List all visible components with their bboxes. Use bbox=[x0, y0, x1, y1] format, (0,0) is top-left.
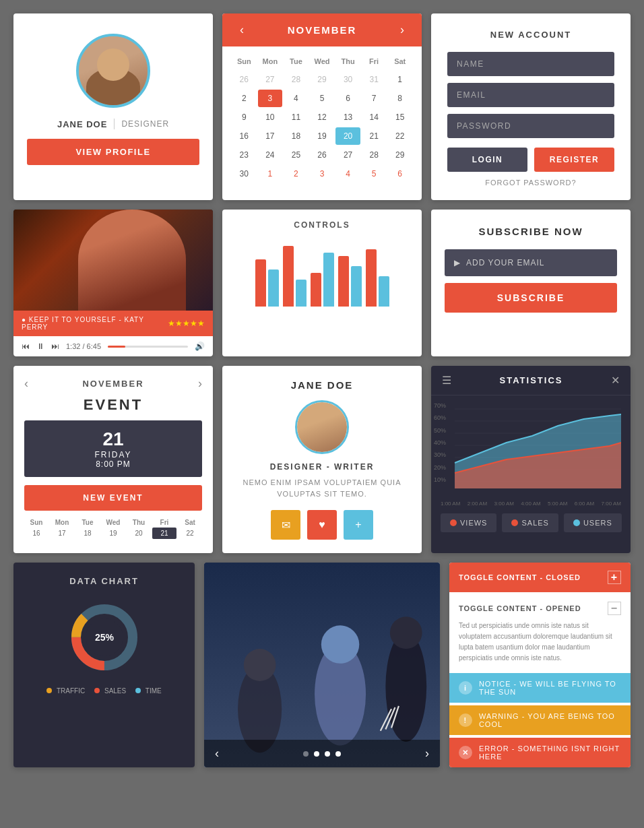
cal-day[interactable]: 23 bbox=[232, 146, 257, 164]
cal-day[interactable]: 16 bbox=[232, 127, 257, 145]
cal-day-today[interactable]: 3 bbox=[258, 90, 283, 107]
media-title: ● KEEP IT TO YOURSELF - KATY PERRY bbox=[22, 316, 168, 331]
new-event-button[interactable]: NEW EVENT bbox=[24, 485, 202, 511]
cal-day[interactable]: 6 bbox=[387, 165, 412, 183]
view-profile-button[interactable]: VIEW PROFILE bbox=[27, 139, 199, 165]
register-button[interactable]: REGISTER bbox=[534, 148, 614, 172]
mini-cal-day[interactable]: 19 bbox=[101, 528, 125, 539]
cal-day[interactable]: 17 bbox=[258, 127, 283, 145]
movie-prev-button[interactable]: ‹ bbox=[215, 746, 219, 761]
cal-day-selected[interactable]: 20 bbox=[335, 127, 360, 145]
cal-day[interactable]: 2 bbox=[284, 165, 309, 183]
bar-group bbox=[283, 246, 307, 307]
toggle-opened-icon: − bbox=[608, 602, 621, 615]
cal-day[interactable]: 25 bbox=[284, 146, 309, 164]
cal-day[interactable]: 26 bbox=[310, 146, 335, 164]
cal-day[interactable]: 27 bbox=[258, 71, 283, 88]
like-button[interactable]: ♥ bbox=[307, 510, 337, 540]
cal-day[interactable]: 26 bbox=[232, 71, 257, 88]
toggle-closed-row[interactable]: TOGGLE CONTENT - CLOSED + bbox=[449, 563, 631, 592]
movie-next-button[interactable]: › bbox=[425, 746, 429, 761]
cal-day[interactable]: 18 bbox=[284, 127, 309, 145]
mini-cal-day-selected[interactable]: 21 bbox=[152, 528, 176, 539]
event-next-button[interactable]: › bbox=[198, 377, 202, 391]
media-card: ● KEEP IT TO YOURSELF - KATY PERRY ★★★★★… bbox=[13, 210, 213, 356]
add-email-button[interactable]: ▶ ADD YOUR EMAIL bbox=[445, 249, 617, 276]
sales-legend-item[interactable]: SALES bbox=[502, 513, 558, 532]
cal-day[interactable]: 5 bbox=[310, 90, 335, 107]
cal-day[interactable]: 28 bbox=[284, 71, 309, 88]
avatar bbox=[76, 34, 150, 108]
calendar-prev-button[interactable]: ‹ bbox=[236, 23, 248, 37]
menu-icon[interactable]: ☰ bbox=[442, 374, 451, 387]
mini-cal-day[interactable]: 20 bbox=[127, 528, 151, 539]
movie-dot[interactable] bbox=[325, 751, 330, 757]
forward-button[interactable]: ⏭ bbox=[51, 342, 59, 351]
calendar-next-button[interactable]: › bbox=[396, 23, 408, 37]
name-input[interactable] bbox=[447, 52, 614, 76]
cal-day[interactable]: 27 bbox=[335, 146, 360, 164]
mini-cal-day[interactable]: 16 bbox=[24, 528, 49, 539]
movie-dot[interactable] bbox=[303, 751, 309, 757]
cal-day[interactable]: 15 bbox=[387, 108, 412, 126]
cal-day[interactable]: 12 bbox=[310, 108, 335, 126]
users-legend-dot bbox=[573, 519, 580, 526]
cal-day[interactable]: 3 bbox=[310, 165, 335, 183]
cal-header-wed: Wed bbox=[310, 53, 335, 69]
cal-day[interactable]: 24 bbox=[258, 146, 283, 164]
email-input[interactable] bbox=[447, 83, 614, 107]
users-legend-item[interactable]: USERS bbox=[564, 513, 622, 532]
cal-day[interactable]: 19 bbox=[310, 127, 335, 145]
add-button[interactable]: + bbox=[344, 510, 373, 540]
close-icon[interactable]: ✕ bbox=[611, 374, 620, 387]
cal-day[interactable]: 28 bbox=[362, 146, 387, 164]
cal-day[interactable]: 1 bbox=[258, 165, 283, 183]
notice-blue-label: NOTICE - WE WILL BE FLYING TO THE SUN bbox=[479, 680, 621, 696]
cal-day[interactable]: 4 bbox=[335, 165, 360, 183]
forgot-password-link[interactable]: FORGOT PASSWORD? bbox=[447, 179, 614, 187]
sales-dot bbox=[94, 688, 100, 693]
media-progress-bar[interactable] bbox=[108, 346, 188, 348]
mini-cal-day[interactable]: 22 bbox=[178, 528, 202, 539]
subscribe-button[interactable]: SUBSCRIBE bbox=[445, 283, 617, 313]
statistics-card: ☰ STATISTICS ✕ 70% 60% 50% 40% 30% 20% 1… bbox=[431, 366, 631, 553]
cal-day[interactable]: 6 bbox=[335, 90, 360, 107]
cal-day[interactable]: 7 bbox=[362, 90, 387, 107]
cal-day[interactable]: 31 bbox=[362, 71, 387, 88]
cal-day[interactable]: 11 bbox=[284, 108, 309, 126]
cal-day[interactable]: 10 bbox=[258, 108, 283, 126]
cal-day[interactable]: 14 bbox=[362, 108, 387, 126]
traffic-dot bbox=[46, 688, 52, 693]
cal-day[interactable]: 13 bbox=[335, 108, 360, 126]
cal-day[interactable]: 21 bbox=[362, 127, 387, 145]
cal-day[interactable]: 5 bbox=[362, 165, 387, 183]
cal-day[interactable]: 9 bbox=[232, 108, 257, 126]
rewind-button[interactable]: ⏮ bbox=[22, 342, 30, 351]
toggle-opened-header[interactable]: TOGGLE CONTENT - OPENED − bbox=[449, 594, 631, 620]
pause-button[interactable]: ⏸ bbox=[36, 342, 44, 351]
cal-day[interactable]: 29 bbox=[387, 146, 412, 164]
volume-icon[interactable]: 🔊 bbox=[195, 342, 205, 351]
email-button[interactable]: ✉ bbox=[271, 510, 300, 540]
mini-cal-day[interactable]: 18 bbox=[75, 528, 100, 539]
cal-day[interactable]: 30 bbox=[232, 165, 257, 183]
mini-cal-day[interactable]: 17 bbox=[50, 528, 74, 539]
cal-day[interactable]: 29 bbox=[310, 71, 335, 88]
bar-red bbox=[311, 273, 321, 307]
movie-dot-active[interactable] bbox=[314, 751, 319, 757]
event-prev-button[interactable]: ‹ bbox=[24, 377, 28, 391]
cal-day[interactable]: 1 bbox=[387, 71, 412, 88]
traffic-legend: TRAFFIC bbox=[46, 687, 85, 695]
cal-day[interactable]: 30 bbox=[335, 71, 360, 88]
login-button[interactable]: LOGIN bbox=[447, 148, 527, 172]
cal-day[interactable]: 4 bbox=[284, 90, 309, 107]
controls-card: CONTROLS bbox=[222, 210, 422, 356]
cal-day[interactable]: 2 bbox=[232, 90, 257, 107]
views-legend-item[interactable]: VIEWS bbox=[441, 513, 496, 532]
bar-blue bbox=[379, 276, 389, 307]
password-input[interactable] bbox=[447, 114, 614, 138]
stats-header: ☰ STATISTICS ✕ bbox=[431, 366, 631, 395]
cal-day[interactable]: 22 bbox=[387, 127, 412, 145]
cal-day[interactable]: 8 bbox=[387, 90, 412, 107]
movie-dot[interactable] bbox=[335, 751, 341, 757]
